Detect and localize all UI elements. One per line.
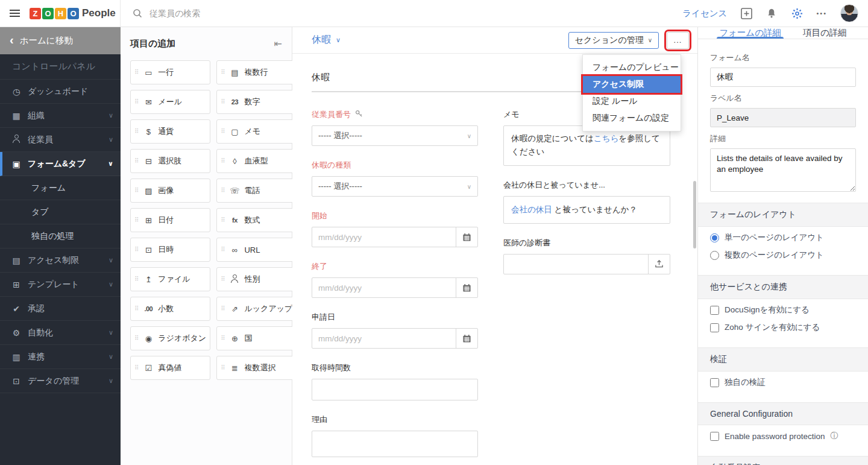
sidebar-item-employees[interactable]: 従業員 ∨ [0,128,121,152]
drag-handle-icon: ⠿ [134,158,139,164]
chevron-left-icon: ‹ [10,34,14,46]
notifications-bell-icon[interactable] [766,7,778,19]
tab-field-details[interactable]: 項目の詳細 [803,27,847,39]
field-type-file[interactable]: ⠿↥ファイル [130,267,210,291]
field-start-date: 開始 [312,210,478,247]
sidebar-item-organization[interactable]: ▦ 組織 ∨ [0,104,121,128]
more-options-menu: フォームのプレビュー アクセス制限 設定 ルール 関連フォームの設定 [582,54,681,131]
drag-handle-icon: ⠿ [134,365,139,371]
radio-input[interactable] [710,251,719,260]
form-title-dropdown[interactable]: 休暇 ∨ [312,34,341,46]
field-employee-id: 従業員番号 ----- 選択----- ∨ [312,109,478,146]
upload-icon[interactable] [648,255,670,274]
checkbox-input[interactable] [710,306,719,315]
company-holiday-link[interactable]: 会社の休日 [511,205,552,214]
add-new-icon[interactable] [740,7,752,19]
picklist-icon: ⊟ [142,157,154,166]
field-type-date[interactable]: ⠿⊞日付 [130,208,210,232]
form-name-label: フォーム名 [710,52,856,63]
license-link[interactable]: ライセンス [682,8,727,19]
hours-taken-input[interactable] [312,379,478,400]
more-options-button[interactable]: ... [667,32,689,49]
checkbox-custom-validation[interactable]: 独自の検証 [710,372,856,389]
sidebar-item-forms-tabs[interactable]: ▣ フォーム&タブ ∨ [0,152,121,176]
doctor-certificate-input[interactable] [504,255,648,274]
application-date-input[interactable] [312,329,456,348]
checkbox-enable-zoho-sign[interactable]: Zoho サインを有効にする [710,317,856,334]
sidebar-item-dashboard[interactable]: ◷ ダッシュボード [0,80,121,104]
radio-input[interactable] [710,233,719,242]
collapse-panel-icon[interactable]: ⇤ [274,38,282,49]
menu-item-related-form-settings[interactable]: 関連フォームの設定 [583,110,681,127]
field-type-email[interactable]: ⠿✉メール [130,90,210,114]
field-type-formula[interactable]: ⠿fx数式 [216,208,297,232]
leave-type-select[interactable]: ----- 選択----- ∨ [312,176,478,197]
radio-button-icon: ◉ [142,334,154,343]
field-type-phone[interactable]: ⠿☏電話 [216,179,297,203]
checkbox-input[interactable] [710,432,719,441]
radio-single-page-layout[interactable]: 単一のページのレイアウト [710,227,856,244]
employee-search-input[interactable] [149,8,330,18]
drag-handle-icon: ⠿ [221,128,225,134]
sidebar-item-data-administration[interactable]: ⊡ データの管理 ∨ [0,369,121,393]
chevron-down-icon: ∨ [336,36,341,44]
end-date-input[interactable] [312,278,456,297]
image-icon: ▨ [142,186,154,195]
checkbox-input[interactable] [710,323,719,332]
here-link[interactable]: こちら [594,134,618,143]
employee-id-select[interactable]: ----- 選択----- ∨ [312,125,478,146]
field-type-number[interactable]: ⠿23数字 [216,90,297,114]
menu-item-access-control[interactable]: アクセス制限 [583,76,681,93]
currency-icon: $ [142,127,154,136]
field-type-date-time[interactable]: ⠿⊡日時 [130,238,210,262]
field-end-date: 終了 [312,261,478,298]
menu-item-form-preview[interactable]: フォームのプレビュー [583,59,681,76]
calendar-icon[interactable] [456,227,477,247]
field-type-image[interactable]: ⠿▨画像 [130,179,210,203]
manage-sections-button[interactable]: セクションの管理 ∨ [568,32,659,49]
description-textarea[interactable]: Lists the details of leave availed by an… [710,148,856,192]
sidebar-subitem-forms[interactable]: フォーム [0,176,121,200]
control-panel-label: コントロールパネル [0,54,121,80]
calendar-icon[interactable] [456,278,477,297]
sidebar-item-templates[interactable]: ⊞ テンプレート ∨ [0,273,121,297]
reason-textarea[interactable] [312,431,478,457]
field-type-picklist[interactable]: ⠿⊟選択肢 [130,149,210,173]
field-type-blood-group[interactable]: ⠿◊血液型 [216,149,297,173]
field-type-country[interactable]: ⠿⊕国 [216,326,297,350]
field-type-boolean[interactable]: ⠿☑真偽値 [130,356,210,380]
vertical-scrollbar[interactable] [693,181,696,248]
field-type-currency[interactable]: ⠿$通貨 [130,119,210,144]
user-avatar[interactable] [840,4,858,22]
form-name-input[interactable] [710,68,856,87]
sidebar-item-integrations[interactable]: ▥ 連携 ∨ [0,345,121,369]
radio-multi-page-layout[interactable]: 複数のページのレイアウト [710,244,856,262]
menu-item-settings-rules[interactable]: 設定 ルール [583,93,681,110]
sidebar-item-approvals[interactable]: ✔ 承認 [0,297,121,321]
settings-gear-icon[interactable] [791,7,803,19]
field-type-gender[interactable]: ⠿性別 [216,267,297,291]
field-type-multi-select[interactable]: ⠿≣複数選択 [216,356,297,380]
field-type-note[interactable]: ⠿▢メモ [216,119,297,144]
more-apps-icon[interactable]: ••• [816,10,827,17]
field-type-multi-line[interactable]: ⠿▤複数行 [216,60,297,84]
hamburger-menu-icon[interactable] [7,7,22,19]
back-to-home-button[interactable]: ‹ ホームに移動 [0,27,121,54]
sidebar-subitem-custom-actions[interactable]: 独自の処理 [0,224,121,248]
field-type-lookup[interactable]: ⠿⇗ルックアップ [216,297,297,321]
tab-form-details[interactable]: フォームの詳細 [719,27,781,39]
sidebar-item-automation[interactable]: ⚙ 自動化 ∨ [0,321,121,345]
checkbox-password-protection[interactable]: Enable password protection ⓘ [710,425,856,443]
checkbox-input[interactable] [710,378,719,387]
mail-icon: ✉ [142,98,154,107]
sidebar-item-access-control[interactable]: ▤ アクセス制限 ∨ [0,248,121,273]
checkbox-enable-docusign[interactable]: DocuSignを有効にする [710,299,856,317]
field-type-url[interactable]: ⠿∞URL [216,238,297,262]
sidebar-subitem-tabs[interactable]: タブ [0,200,121,224]
start-date-input[interactable] [312,227,456,247]
zoho-people-logo[interactable]: ZOHO People [30,7,116,19]
field-type-single-line[interactable]: ⠿▭一行 [130,60,210,84]
calendar-icon[interactable] [456,329,477,348]
field-type-radio[interactable]: ⠿◉ラジオボタン [130,326,210,350]
field-type-decimal[interactable]: ⠿.00小数 [130,297,210,321]
